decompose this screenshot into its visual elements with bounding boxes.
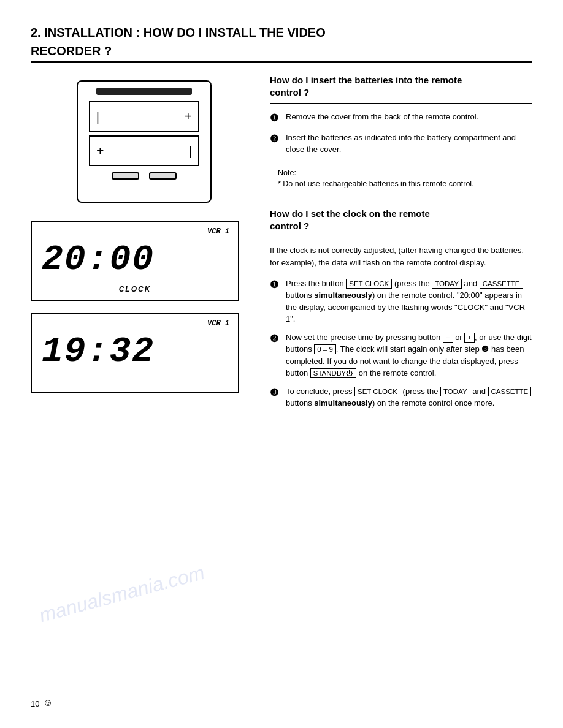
minus-btn: − <box>443 333 453 343</box>
remote-small-btn-1 <box>112 172 139 180</box>
vcr-label-1: VCR 1 <box>207 227 229 236</box>
left-column: | + + | VCR 1 20:00 CLOCK VCR 1 <box>31 74 258 415</box>
clock-step-num-2: ❷ <box>270 332 281 379</box>
digit-btn: 0 – 9 <box>314 344 336 354</box>
battery-plus-symbol-1: + <box>184 108 192 124</box>
clock-step-num-3: ❸ <box>270 385 281 409</box>
page-icon: ☺ <box>43 697 53 708</box>
clock-step-num-1: ❶ <box>270 278 281 325</box>
batteries-step-2: ❷ Insert the batteries as indicated into… <box>270 132 532 156</box>
page-title: 2. INSTALLATION : HOW DO I INSTALL THE V… <box>31 25 532 59</box>
battery-minus-symbol-2: | <box>189 143 192 159</box>
step-num-2: ❷ <box>270 132 281 156</box>
watermark-1: manualsmania.com <box>37 561 207 628</box>
batteries-section-header: How do I insert the batteries into the r… <box>270 74 532 104</box>
clock-step-2: ❷ Now set the precise time by pressing b… <box>270 332 532 379</box>
today-btn-1: TODAY <box>432 279 462 289</box>
clock-step-text-1: Press the button SET CLOCK (press the TO… <box>286 278 532 325</box>
title-line2: RECORDER ? <box>31 43 532 59</box>
cassette-btn-1: CASSETTE <box>480 279 523 289</box>
clock-step-1: ❶ Press the button SET CLOCK (press the … <box>270 278 532 325</box>
right-column: How do I insert the batteries into the r… <box>270 74 532 415</box>
page-number: 10 <box>31 699 39 708</box>
remote-top-bar <box>96 88 193 95</box>
title-line1: 2. INSTALLATION : HOW DO I INSTALL THE V… <box>31 25 532 40</box>
clock-display-1: VCR 1 20:00 CLOCK <box>31 221 239 301</box>
left-bottom: VCR 1 20:00 CLOCK VCR 1 19:32 <box>31 221 258 393</box>
step-text-2: Insert the batteries as indicated into t… <box>286 132 532 156</box>
remote-small-btn-2 <box>149 172 177 180</box>
clock-time-1: 20:00 <box>42 240 155 279</box>
remote-illustration: | + + | <box>77 80 212 203</box>
clock-step-text-2: Now set the precise time by pressing but… <box>286 332 532 379</box>
clock-time-2: 19:32 <box>42 332 155 371</box>
clock-intro: If the clock is not correctly adjusted, … <box>270 245 532 269</box>
main-content: | + + | VCR 1 20:00 CLOCK VCR 1 <box>31 74 532 415</box>
step-text-1: Remove the cover from the back of the re… <box>286 111 532 126</box>
plus-btn: + <box>464 333 475 343</box>
note-text: * Do not use rechargeable batteries in t… <box>278 180 474 188</box>
remote-bottom-buttons <box>84 172 204 180</box>
battery-row-2: + | <box>89 135 199 166</box>
clock-section-header: How do I set the clock on the remotecont… <box>270 208 532 237</box>
set-clock-btn-1: SET CLOCK <box>346 279 392 289</box>
batteries-step-1: ❶ Remove the cover from the back of the … <box>270 111 532 126</box>
battery-minus-symbol: | <box>96 108 99 124</box>
vcr-label-2: VCR 1 <box>207 319 229 328</box>
clock-label-1: CLOCK <box>119 285 151 294</box>
battery-row-1: | + <box>89 101 199 132</box>
note-box: Note: * Do not use rechargeable batterie… <box>270 162 532 196</box>
clock-display-2: VCR 1 19:32 <box>31 313 239 393</box>
set-clock-btn-2: SET CLOCK <box>354 387 400 396</box>
note-title: Note: <box>278 169 296 177</box>
standby-btn: STANDBY⏻ <box>310 368 356 378</box>
clock-section: How do I set the clock on the remotecont… <box>270 208 532 409</box>
clock-step-text-3: To conclude, press SET CLOCK (press the … <box>286 385 532 409</box>
today-btn-2: TODAY <box>440 387 470 396</box>
battery-plus-symbol-2: + <box>96 143 104 159</box>
cassette-btn-2: CASSETTE <box>488 387 532 396</box>
step-num-1: ❶ <box>270 111 281 126</box>
clock-step-3: ❸ To conclude, press SET CLOCK (press th… <box>270 385 532 409</box>
